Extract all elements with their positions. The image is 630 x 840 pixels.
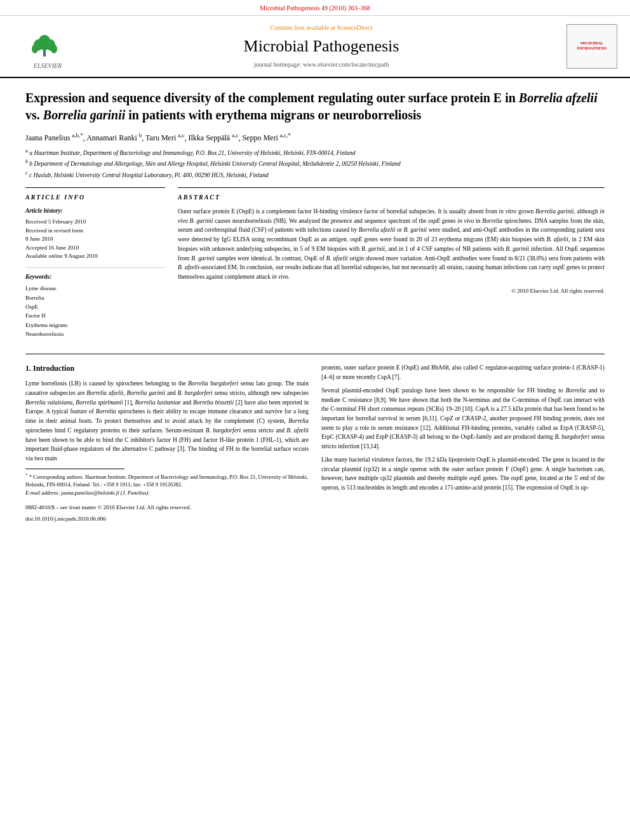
revised-date: 8 June 2010 [25,235,165,244]
journal-title: Microbial Pathogenesis [83,35,560,58]
keywords-list: Lyme disease Borrelia OspE Factor H Eryt… [25,284,165,338]
intro-paragraph-3: Several plasmid-encoded OspE paralogs ha… [321,386,605,451]
intro-left-column: 1. Introduction Lyme borreliosis (LB) is… [25,363,309,523]
affiliations: a a Haartman Institute, Department of Ba… [25,147,605,180]
affiliation-c: c c Huslab, Helsinki University Central … [25,170,605,180]
abstract-column: Abstract Outer surface protein E (OspE) … [178,187,605,345]
abstract-label: Abstract [178,193,605,202]
intro-paragraph-4: Like many bacterial virulence factors, t… [321,455,605,493]
article-info-label: Article info [25,193,165,202]
top-bar: Microbial Pathogenesis 49 (2010) 363–368 [0,0,630,16]
article-history-label: Article history: [25,207,165,215]
journal-right-logo: MICROBIALPATHOGENESIS [560,24,617,69]
article-history-group: Article history: Received 5 February 201… [25,207,165,261]
abstract-text: Outer surface protein E (OspE) is a comp… [178,207,605,282]
copyright-line: © 2010 Elsevier Ltd. All rights reserved… [178,287,605,295]
revised-label: Received in revised form [25,227,165,236]
article-title: Expression and sequence diversity of the… [25,90,605,124]
intro-right-column: proteins, outer surface protein E (OspE)… [321,363,605,523]
footnote-divider [25,469,124,469]
intro-heading: 1. Introduction [25,363,309,374]
keyword-3: OspE [25,302,165,311]
article-info-column: Article info Article history: Received 5… [25,187,165,345]
article-info-abstract-section: Article info Article history: Received 5… [25,187,605,345]
svg-point-4 [32,44,38,53]
intro-paragraph-2: proteins, outer surface protein E (OspE)… [321,363,605,382]
journal-citation: Microbial Pathogenesis 49 (2010) 363–368 [260,4,370,11]
elsevier-logo: ELSEVIER [13,22,83,70]
doi-line: doi:10.1016/j.micpath.2010.06.006 [25,515,309,523]
keyword-4: Factor H [25,311,165,320]
issn-line: 0882-4010/$ – see front matter © 2010 El… [25,503,309,512]
footnote-corresponding: * * Corresponding authors. Haartman Inst… [25,472,309,489]
keyword-5: Erythema migrans [25,321,165,330]
journal-homepage: journal homepage: www.elsevier.com/locat… [83,60,560,69]
microbial-pathogenesis-logo: MICROBIALPATHOGENESIS [566,24,617,69]
keyword-6: Neuroborreliosis [25,330,165,338]
footnote-email: E-mail address: jaana.panelius@helsinki.… [25,489,309,497]
svg-point-5 [51,44,57,53]
affiliation-b: b b Department of Dermatology and Allerg… [25,158,605,168]
sciencedirect-line: Contents lists available at ScienceDirec… [83,23,560,32]
authors-line: Jaana Panelius a,b,*, Annamari Ranki b, … [25,131,605,143]
intro-paragraph-1: Lyme borreliosis (LB) is caused by spiro… [25,379,309,463]
keywords-label: Keywords: [25,273,165,281]
accepted-date: Accepted 16 June 2010 [25,244,165,253]
content-wrapper: Expression and sequence diversity of the… [0,78,630,536]
journal-center-info: Contents lists available at ScienceDirec… [83,23,560,69]
keywords-group: Keywords: Lyme disease Borrelia OspE Fac… [25,273,165,339]
keyword-1: Lyme disease [25,284,165,293]
affiliation-a: a a Haartman Institute, Department of Ba… [25,147,605,157]
received-date: Received 5 February 2010 [25,218,165,227]
available-date: Available online 9 August 2010 [25,252,165,261]
keyword-2: Borrelia [25,293,165,302]
journal-header: ELSEVIER Contents lists available at Sci… [0,16,630,78]
section-divider [25,354,605,354]
introduction-section: 1. Introduction Lyme borreliosis (LB) is… [25,363,605,523]
